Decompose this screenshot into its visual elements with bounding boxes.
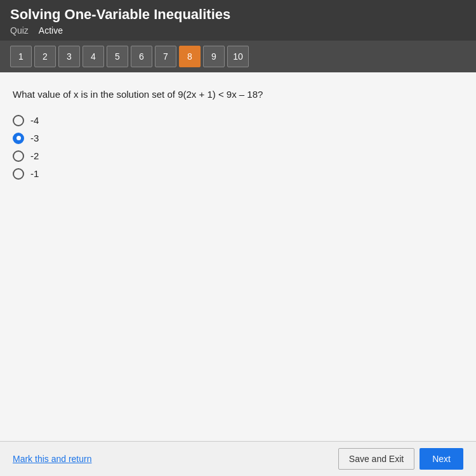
active-label: Active — [39, 25, 63, 36]
nav-button-2[interactable]: 2 — [34, 46, 56, 67]
quiz-label: Quiz — [10, 25, 29, 36]
option-label-3: -1 — [30, 168, 39, 179]
nav-button-3[interactable]: 3 — [58, 46, 80, 67]
nav-button-6[interactable]: 6 — [131, 46, 152, 67]
content-area: What value of x is in the solution set o… — [0, 72, 476, 440]
save-exit-button[interactable]: Save and Exit — [338, 448, 414, 470]
radio-circle-2 — [13, 150, 24, 162]
question-nav: 12345678910 — [0, 41, 476, 72]
next-button[interactable]: Next — [420, 448, 463, 470]
footer: Mark this and return Save and Exit Next — [0, 441, 476, 476]
nav-button-7[interactable]: 7 — [155, 46, 176, 67]
answer-option-2[interactable]: -2 — [13, 150, 463, 162]
nav-button-10[interactable]: 10 — [227, 46, 249, 67]
header: Solving One-Variable Inequalities Quiz A… — [0, 0, 476, 41]
answer-option-1[interactable]: -3 — [13, 133, 463, 144]
mark-return-link[interactable]: Mark this and return — [13, 454, 92, 464]
nav-button-4[interactable]: 4 — [83, 46, 104, 67]
option-label-2: -2 — [30, 150, 39, 161]
nav-button-9[interactable]: 9 — [203, 46, 225, 67]
nav-button-1[interactable]: 1 — [10, 46, 32, 67]
answer-options: -4-3-2-1 — [13, 115, 463, 180]
option-label-0: -4 — [30, 115, 39, 126]
nav-button-8[interactable]: 8 — [179, 46, 201, 67]
answer-option-0[interactable]: -4 — [13, 115, 463, 126]
radio-circle-1 — [13, 133, 24, 144]
option-label-1: -3 — [30, 133, 39, 143]
radio-circle-3 — [13, 168, 24, 180]
question-text: What value of x is in the solution set o… — [13, 88, 463, 102]
radio-circle-0 — [13, 115, 24, 126]
answer-option-3[interactable]: -1 — [13, 168, 463, 180]
page-title: Solving One-Variable Inequalities — [10, 6, 466, 23]
nav-button-5[interactable]: 5 — [107, 46, 128, 67]
